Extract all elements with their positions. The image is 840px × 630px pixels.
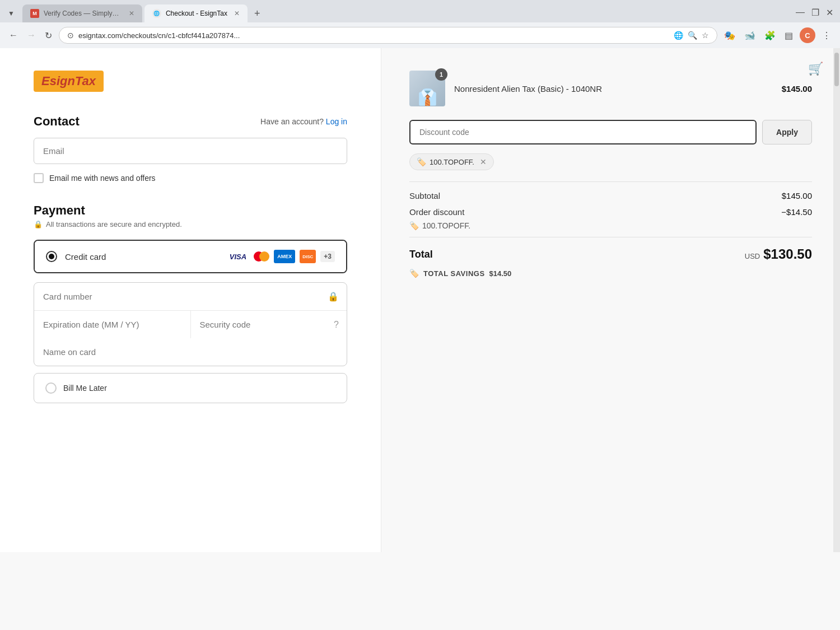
product-price: $145.00	[782, 84, 812, 94]
bill-me-later-label: Bill Me Later	[63, 384, 107, 393]
product-image-container: 👔 1	[409, 71, 445, 106]
discover-logo: DISC	[300, 250, 316, 263]
newsletter-row: Email me with news and offers	[34, 173, 347, 183]
address-bar[interactable]: ⊙ esigntax.com/checkouts/cn/c1-cbfcf441a…	[59, 27, 717, 44]
cart-icon: 🛒	[808, 62, 823, 76]
new-tab-button[interactable]: +	[250, 6, 265, 22]
name-on-card-row	[34, 338, 347, 366]
name-wrapper	[34, 338, 347, 366]
payment-subtitle: 🔒 All transactions are secure and encryp…	[34, 220, 347, 228]
bookmark-icon: ☆	[702, 31, 709, 40]
tab-simpycodes[interactable]: M Verify Codes — SimplyCodes ✕	[22, 4, 142, 22]
total-value: $130.50	[763, 246, 812, 262]
order-summary: Subtotal $145.00 Order discount −$14.50 …	[409, 181, 812, 278]
credit-card-label: Credit card	[65, 252, 227, 262]
card-number-input[interactable]	[34, 283, 347, 310]
discount-code-input[interactable]	[409, 120, 757, 144]
name-on-card-input[interactable]	[34, 338, 347, 366]
expiry-wrapper	[34, 311, 190, 338]
extension-btn-2[interactable]: 🐋	[742, 28, 758, 43]
tab-label-simpycodes: Verify Codes — SimplyCodes	[44, 10, 122, 17]
menu-btn[interactable]: ⋮	[820, 28, 833, 43]
translate-icon: 🌐	[674, 31, 683, 40]
url-text: esigntax.com/checkouts/cn/c1-cbfcf441a20…	[78, 31, 669, 40]
savings-value: $14.50	[489, 269, 512, 278]
reload-button[interactable]: ↻	[43, 28, 54, 43]
contact-section: Contact Have an account? Log in Email me…	[34, 114, 347, 183]
scrollbar-thumb[interactable]	[834, 53, 839, 86]
tab-close-simpycodes[interactable]: ✕	[129, 10, 134, 17]
discount-code-name-row: 🏷️ 100.TOPOFF.	[409, 221, 812, 230]
logo[interactable]: EsignTax	[34, 71, 104, 92]
newsletter-label[interactable]: Email me with news and offers	[49, 174, 156, 183]
window-close[interactable]: ✕	[824, 5, 836, 20]
payment-title: Payment	[34, 203, 347, 218]
card-number-row: 🔒	[34, 283, 347, 311]
product-thumbnail-person: 👔	[409, 88, 445, 106]
security-help-icon[interactable]: ?	[334, 320, 339, 330]
total-label: Total	[409, 249, 433, 260]
visa-logo: VISA	[227, 250, 249, 263]
bill-me-later-radio[interactable]	[45, 382, 57, 394]
tab-bar: ▼ M Verify Codes — SimplyCodes ✕ 🌐 Check…	[0, 0, 840, 22]
radio-inner	[49, 254, 54, 259]
payment-options-box: Credit card VISA AMEX DISC +3	[34, 240, 347, 273]
sidebar-btn[interactable]: ▤	[782, 28, 795, 43]
window-minimize[interactable]: —	[794, 5, 807, 20]
address-bar-row: ← → ↻ ⊙ esigntax.com/checkouts/cn/c1-cbf…	[0, 22, 840, 48]
more-cards-label: +3	[320, 251, 335, 262]
discount-code-icon: 🏷️	[409, 221, 419, 230]
card-fields: 🔒 ?	[34, 282, 347, 366]
discount-amount: −$14.50	[781, 207, 812, 219]
credit-card-radio[interactable]	[46, 251, 57, 262]
expiry-input[interactable]	[34, 311, 190, 338]
coupon-tag: 🏷️ 100.TOPOFF. ✕	[409, 153, 494, 170]
discount-code-row: Apply	[409, 120, 812, 144]
order-discount-label: Order discount	[409, 207, 464, 217]
extensions-btn[interactable]: 🧩	[762, 28, 778, 43]
logo-text: EsignTax	[41, 74, 96, 88]
product-name: Nonresident Alien Tax (Basic) - 1040NR	[454, 83, 773, 95]
security-code-input[interactable]	[191, 311, 347, 338]
payment-section: Payment 🔒 All transactions are secure an…	[34, 203, 347, 403]
security-icon: ⊙	[67, 31, 74, 40]
contact-title: Contact	[34, 114, 80, 129]
discount-code-display: 100.TOPOFF.	[422, 221, 470, 230]
expiry-field	[34, 311, 191, 338]
subtotal-value: $145.00	[782, 191, 812, 200]
subtotal-label: Subtotal	[409, 191, 440, 200]
newsletter-checkbox[interactable]	[34, 173, 44, 183]
login-link[interactable]: Log in	[326, 117, 347, 126]
card-number-wrapper: 🔒	[34, 283, 347, 310]
tab-close-esigntax[interactable]: ✕	[234, 10, 240, 17]
order-discount-label-row: Order discount −$14.50	[409, 207, 812, 219]
back-button[interactable]: ←	[7, 28, 20, 43]
email-input[interactable]	[34, 138, 347, 164]
window-maximize[interactable]: ❐	[809, 5, 822, 20]
tab-favicon-simpycodes: M	[30, 9, 39, 18]
scrollbar[interactable]	[833, 48, 840, 552]
total-value-wrapper: USD $130.50	[745, 246, 812, 262]
product-row: 👔 1 Nonresident Alien Tax (Basic) - 1040…	[409, 71, 812, 106]
card-logos: VISA AMEX DISC +3	[227, 250, 335, 263]
card-lock-icon: 🔒	[328, 291, 339, 302]
user-avatar[interactable]: C	[800, 27, 815, 43]
savings-icon: 🏷️	[409, 269, 419, 278]
tab-esigntax[interactable]: 🌐 Checkout - EsignTax ✕	[144, 4, 248, 22]
coupon-code: 100.TOPOFF.	[430, 158, 474, 166]
amex-logo: AMEX	[274, 250, 295, 263]
have-account-text: Have an account? Log in	[260, 117, 347, 126]
bill-me-later-option[interactable]: Bill Me Later	[34, 373, 347, 403]
browser-actions: 🎭 🐋 🧩 ▤ C ⋮	[722, 27, 833, 43]
tab-dropdown-btn[interactable]: ▼	[4, 7, 18, 20]
credit-card-option[interactable]: Credit card VISA AMEX DISC +3	[35, 241, 346, 272]
search-icon: 🔍	[688, 31, 697, 40]
page-content: EsignTax Contact Have an account? Log in…	[0, 48, 840, 552]
extension-btn-1[interactable]: 🎭	[722, 28, 738, 43]
total-row: Total USD $130.50	[409, 237, 812, 262]
total-currency: USD	[745, 252, 760, 260]
cart-button[interactable]: 🛒	[808, 62, 823, 76]
coupon-remove-button[interactable]: ✕	[480, 157, 487, 166]
apply-button[interactable]: Apply	[762, 120, 812, 144]
forward-button[interactable]: →	[25, 28, 38, 43]
